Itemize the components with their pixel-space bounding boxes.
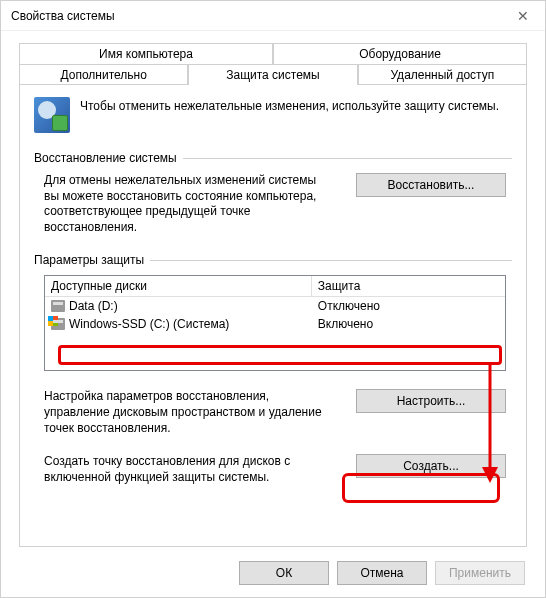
dialog-button-row: ОК Отмена Применить: [1, 551, 545, 597]
protect-section-header: Параметры защиты: [34, 253, 512, 267]
system-properties-window: Свойства системы ✕ Имя компьютера Оборуд…: [0, 0, 546, 598]
tab-hardware[interactable]: Оборудование: [273, 43, 527, 64]
titlebar: Свойства системы ✕: [1, 1, 545, 31]
system-protection-icon: [34, 97, 70, 133]
intro-block: Чтобы отменить нежелательные изменения, …: [34, 97, 512, 133]
create-text: Создать точку восстановления для дисков …: [44, 454, 324, 485]
divider: [183, 158, 512, 159]
tab-system-protection[interactable]: Защита системы: [188, 64, 357, 85]
disk-table[interactable]: Доступные диски Защита Data (D:) Отключе…: [44, 275, 506, 371]
intro-text: Чтобы отменить нежелательные изменения, …: [80, 97, 499, 133]
configure-button[interactable]: Настроить...: [356, 389, 506, 413]
dialog-body: Имя компьютера Оборудование Дополнительн…: [1, 31, 545, 551]
protect-title: Параметры защиты: [34, 253, 144, 267]
config-text: Настройка параметров восстановления, упр…: [44, 389, 324, 436]
restore-title: Восстановление системы: [34, 151, 177, 165]
tab-strip: Имя компьютера Оборудование Дополнительн…: [19, 43, 527, 85]
apply-button: Применить: [435, 561, 525, 585]
table-row[interactable]: Windows-SSD (C:) (Система) Включено: [45, 315, 505, 333]
disk-name: Windows-SSD (C:) (Система): [69, 317, 229, 331]
table-header: Доступные диски Защита: [45, 276, 505, 297]
restore-text: Для отмены нежелательных изменений систе…: [44, 173, 324, 235]
tab-computer-name[interactable]: Имя компьютера: [19, 43, 273, 64]
disk-icon: [51, 318, 65, 330]
close-icon[interactable]: ✕: [509, 4, 537, 28]
col-disks[interactable]: Доступные диски: [45, 276, 312, 297]
tab-advanced[interactable]: Дополнительно: [19, 64, 188, 85]
divider: [150, 260, 512, 261]
disk-name: Data (D:): [69, 299, 118, 313]
restore-section-body: Для отмены нежелательных изменений систе…: [34, 173, 512, 253]
ok-button[interactable]: ОК: [239, 561, 329, 585]
disk-status: Отключено: [312, 299, 505, 313]
restore-section-header: Восстановление системы: [34, 151, 512, 165]
table-row[interactable]: Data (D:) Отключено: [45, 297, 505, 315]
disk-status: Включено: [312, 317, 505, 331]
create-block: Создать точку восстановления для дисков …: [34, 454, 512, 491]
window-title: Свойства системы: [11, 9, 115, 23]
tab-remote[interactable]: Удаленный доступ: [358, 64, 527, 85]
config-block: Настройка параметров восстановления, упр…: [34, 371, 512, 454]
tab-content: Чтобы отменить нежелательные изменения, …: [19, 84, 527, 547]
disk-icon: [51, 300, 65, 312]
cancel-button[interactable]: Отмена: [337, 561, 427, 585]
create-button[interactable]: Создать...: [356, 454, 506, 478]
restore-button[interactable]: Восстановить...: [356, 173, 506, 197]
col-protection[interactable]: Защита: [312, 276, 505, 297]
